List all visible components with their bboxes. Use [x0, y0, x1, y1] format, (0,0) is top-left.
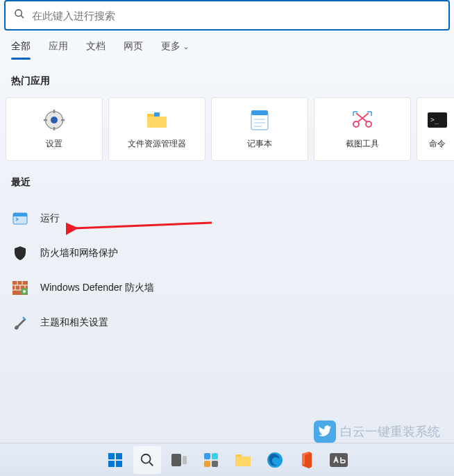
svg-rect-8 [147, 117, 167, 128]
svg-rect-37 [116, 461, 122, 467]
taskbar-explorer[interactable] [229, 446, 257, 474]
recent-item-label: Windows Defender 防火墙 [40, 282, 154, 294]
bird-icon [314, 420, 336, 443]
recent-item-theme[interactable]: 主题和相关设置 [7, 305, 447, 340]
svg-point-38 [142, 454, 151, 463]
app-card-label: 设置 [46, 138, 62, 150]
svg-rect-44 [204, 461, 210, 467]
svg-rect-41 [183, 456, 187, 464]
taskbar-widgets[interactable] [197, 446, 225, 474]
watermark-text: 白云一键重装系统 [340, 423, 440, 440]
recent-item-label: 运行 [40, 212, 60, 225]
app-card-label: 文件资源管理器 [128, 138, 186, 150]
svg-text:>_: >_ [430, 116, 439, 124]
svg-rect-43 [212, 453, 218, 459]
taskbar-search[interactable] [133, 446, 161, 474]
svg-rect-22 [13, 213, 27, 216]
scissors-icon [351, 109, 373, 131]
svg-line-39 [149, 462, 153, 466]
taskbar-start[interactable] [101, 446, 129, 474]
app-card-label: 命令 [429, 138, 446, 150]
svg-rect-45 [212, 461, 218, 467]
tab-apps[interactable]: 应用 [49, 40, 68, 60]
recent-item-defender[interactable]: Windows Defender 防火墙 [7, 271, 447, 305]
paintbrush-icon [12, 315, 28, 330]
app-card-settings[interactable]: 设置 [6, 97, 103, 161]
svg-rect-34 [108, 453, 115, 459]
tab-all[interactable]: 全部 [11, 40, 31, 60]
app-card-snip[interactable]: 截图工具 [314, 97, 411, 161]
svg-rect-42 [204, 453, 210, 459]
tab-docs[interactable]: 文档 [86, 40, 106, 60]
recent-item-firewall[interactable]: 防火墙和网络保护 [7, 236, 447, 271]
recent-list: 运行 防火墙和网络保护 Windows Defender 防火墙 主题和相关设置 [0, 198, 454, 343]
svg-line-18 [356, 113, 367, 122]
svg-point-32 [23, 290, 26, 293]
app-card-label: 截图工具 [346, 138, 379, 150]
search-icon [14, 8, 25, 22]
terminal-icon: >_ [426, 109, 448, 131]
watermark: 白云一键重装系统 [314, 420, 440, 443]
svg-point-0 [15, 10, 22, 16]
shield-icon [12, 246, 28, 261]
taskbar [0, 443, 454, 476]
tab-more[interactable]: 更多 [161, 40, 190, 60]
recent-item-label: 主题和相关设置 [40, 316, 108, 329]
svg-line-17 [358, 113, 369, 122]
search-bar[interactable] [4, 0, 450, 31]
filter-tabs: 全部 应用 文档 网页 更多 [0, 31, 454, 60]
app-card-cmd[interactable]: >_ 命令 [417, 97, 454, 161]
app-card-explorer[interactable]: 文件资源管理器 [108, 97, 205, 161]
svg-rect-35 [116, 453, 122, 459]
svg-line-1 [21, 15, 24, 18]
hot-apps-grid: 设置 文件资源管理器 记事本 截图工具 >_ 命令 [0, 97, 454, 161]
taskbar-edge[interactable] [261, 446, 289, 474]
notepad-icon [249, 109, 271, 131]
svg-rect-11 [251, 110, 268, 115]
tab-web[interactable]: 网页 [124, 40, 143, 60]
search-input[interactable] [32, 10, 440, 22]
taskbar-taskview[interactable] [165, 446, 193, 474]
svg-rect-9 [154, 112, 160, 117]
taskbar-app[interactable] [325, 446, 353, 474]
folder-icon [146, 109, 168, 131]
svg-rect-36 [108, 461, 115, 467]
svg-point-3 [51, 117, 58, 124]
app-card-label: 记事本 [247, 138, 272, 150]
recent-item-run[interactable]: 运行 [7, 201, 447, 236]
taskbar-office[interactable] [293, 446, 321, 474]
svg-rect-40 [171, 454, 181, 466]
recent-item-label: 防火墙和网络保护 [40, 247, 118, 260]
run-icon [12, 211, 28, 226]
section-hot-apps-title: 热门应用 [0, 60, 454, 97]
app-card-notepad[interactable]: 记事本 [211, 97, 308, 161]
brick-wall-icon [12, 280, 28, 296]
gear-icon [43, 109, 65, 131]
svg-rect-46 [235, 457, 251, 466]
section-recent-title: 最近 [0, 161, 454, 198]
